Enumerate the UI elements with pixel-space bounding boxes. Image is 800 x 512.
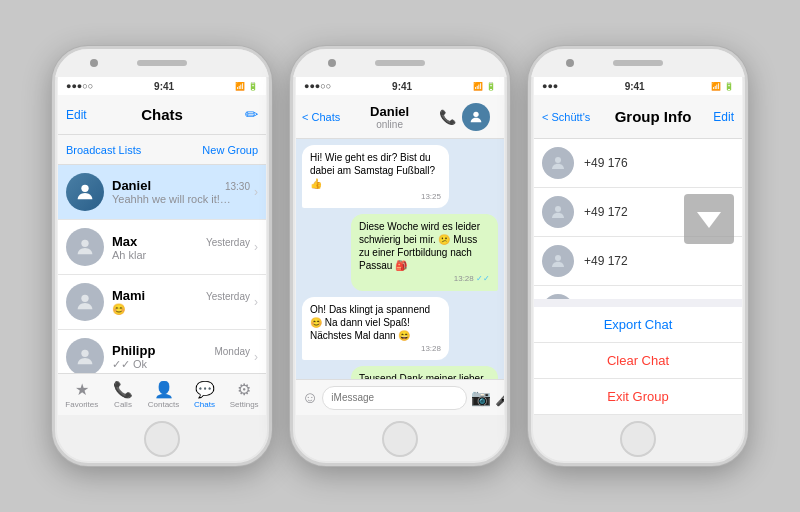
chat-name-max: Max xyxy=(112,234,137,249)
avatar-mami xyxy=(66,283,104,321)
group-info-title: Group Info xyxy=(597,108,709,125)
status-bar-3: ●●● 9:41 📶 🔋 xyxy=(534,77,742,95)
group-edit-button[interactable]: Edit xyxy=(709,110,734,124)
tab-calls[interactable]: 📞 Calls xyxy=(113,380,133,409)
member-name-2: +49 172 xyxy=(584,205,628,219)
chat-header-bar: < Chats Daniel online 📞 xyxy=(296,95,504,139)
tab-chats[interactable]: 💬 Chats xyxy=(194,380,215,409)
member-item-1[interactable]: +49 176 xyxy=(534,139,742,188)
speaker-1 xyxy=(137,60,187,66)
chat-actions: 📞 xyxy=(439,103,498,131)
avatar-daniel xyxy=(66,173,104,211)
time-1: 9:41 xyxy=(154,81,174,92)
status-bar-2: ●●●○○ 9:41 📶 🔋 xyxy=(296,77,504,95)
group-header: < Schütt's Group Info Edit xyxy=(534,95,742,139)
phone-3: ●●● 9:41 📶 🔋 < Schütt's Group Info Edit xyxy=(528,46,748,466)
home-button-3[interactable] xyxy=(620,421,656,457)
chat-item-mami[interactable]: Mami Yesterday 😊 › xyxy=(58,275,266,330)
member-name-1: +49 176 xyxy=(584,156,628,170)
member-item-4[interactable]: +49 173 xyxy=(534,286,742,299)
member-avatar-3 xyxy=(542,245,574,277)
sub-nav-1: Broadcast Lists New Group xyxy=(58,135,266,165)
speaker-3 xyxy=(613,60,663,66)
msg-time-1: 13:25 xyxy=(310,192,441,202)
chat-time-mami: Yesterday xyxy=(206,291,250,302)
chat-header-mami: Mami Yesterday xyxy=(112,288,250,303)
time-3: 9:41 xyxy=(625,81,645,92)
svg-point-7 xyxy=(555,157,561,163)
broadcast-lists-link[interactable]: Broadcast Lists xyxy=(66,144,141,156)
input-bar: ☺ 📷 🎤 xyxy=(296,379,504,415)
svg-point-9 xyxy=(555,255,561,261)
back-button-chats[interactable]: < Chats xyxy=(302,111,340,123)
clear-chat-button[interactable]: Clear Chat xyxy=(534,343,742,379)
home-button-2[interactable] xyxy=(382,421,418,457)
avatar-chat-header xyxy=(462,103,490,131)
msg-text-4: Tausend Dank meiner lieber. Ich melde mi… xyxy=(359,372,490,379)
member-avatar-1 xyxy=(542,147,574,179)
svg-marker-13 xyxy=(697,212,721,228)
speaker-2 xyxy=(375,60,425,66)
chevron-philipp: › xyxy=(254,350,258,364)
chat-header-info: Daniel online xyxy=(340,104,439,130)
chat-preview-daniel: Yeahhh we will rock it! 😁😂 xyxy=(112,193,232,206)
tab-settings[interactable]: ⚙ Settings xyxy=(230,380,259,409)
arrow-down-icon xyxy=(694,204,724,234)
screen-1: ●●●○○ 9:41 📶 🔋 Edit Chats ✏ Broadcast Li… xyxy=(58,77,266,415)
members-list: +49 176 +49 172 +49 172 xyxy=(534,139,742,299)
chat-name-mami: Mami xyxy=(112,288,145,303)
member-name-3: +49 172 xyxy=(584,254,628,268)
msg-time-2: 13:28 ✓✓ xyxy=(359,274,490,284)
chat-name-philipp: Philipp xyxy=(112,343,155,358)
camera-3 xyxy=(566,59,574,67)
msg-time-3: 13:28 xyxy=(310,344,441,354)
chat-item-max[interactable]: Max Yesterday Ah klar › xyxy=(58,220,266,275)
camera-1 xyxy=(90,59,98,67)
phone-top-2 xyxy=(293,49,507,77)
msg-text-1: Hi! Wie geht es dir? Bist du dabei am Sa… xyxy=(310,151,441,190)
msg-text-2: Diese Woche wird es leider schwierig bei… xyxy=(359,220,490,272)
svg-point-2 xyxy=(81,295,88,302)
new-group-link[interactable]: New Group xyxy=(202,144,258,156)
chat-info-mami: Mami Yesterday 😊 xyxy=(112,288,250,316)
action-buttons: Export Chat Clear Chat Exit Group xyxy=(534,307,742,415)
chat-item-daniel[interactable]: Daniel 13:30 Yeahhh we will rock it! 😁😂 … xyxy=(58,165,266,220)
phones-container: ●●●○○ 9:41 📶 🔋 Edit Chats ✏ Broadcast Li… xyxy=(42,36,758,476)
chat-info-daniel: Daniel 13:30 Yeahhh we will rock it! 😁😂 xyxy=(112,178,250,206)
chevron-mami: › xyxy=(254,295,258,309)
messages-area: Hi! Wie geht es dir? Bist du dabei am Sa… xyxy=(296,139,504,379)
tab-favorites[interactable]: ★ Favorites xyxy=(65,380,98,409)
mic-icon[interactable]: 🎤 xyxy=(495,388,504,407)
scroll-down-arrow[interactable] xyxy=(684,194,734,244)
svg-point-8 xyxy=(555,206,561,212)
msg-2: Diese Woche wird es leider schwierig bei… xyxy=(351,214,498,290)
chat-preview-max: Ah klar xyxy=(112,249,232,261)
exit-group-button[interactable]: Exit Group xyxy=(534,379,742,415)
chat-header-philipp: Philipp Monday xyxy=(112,343,250,358)
chevron-max: › xyxy=(254,240,258,254)
back-button-group[interactable]: < Schütt's xyxy=(542,111,597,123)
message-input[interactable] xyxy=(322,386,467,410)
emoji-icon[interactable]: ☺ xyxy=(302,389,318,407)
tab-bar-1: ★ Favorites 📞 Calls 👤 Contacts 💬 Chats ⚙ xyxy=(58,373,266,415)
compose-button[interactable]: ✏ xyxy=(223,105,258,124)
tab-contacts[interactable]: 👤 Contacts xyxy=(148,380,180,409)
chat-item-philipp[interactable]: Philipp Monday ✓✓ Ok › xyxy=(58,330,266,373)
chat-name-daniel: Daniel xyxy=(112,178,151,193)
chats-title: Chats xyxy=(101,106,223,123)
edit-button[interactable]: Edit xyxy=(66,108,101,122)
member-item-3[interactable]: +49 172 xyxy=(534,237,742,286)
export-chat-button[interactable]: Export Chat xyxy=(534,307,742,343)
carrier-2: ●●●○○ xyxy=(304,81,331,91)
home-button-1[interactable] xyxy=(144,421,180,457)
msg-1: Hi! Wie geht es dir? Bist du dabei am Sa… xyxy=(302,145,449,208)
camera-input-icon[interactable]: 📷 xyxy=(471,388,491,407)
avatar-max xyxy=(66,228,104,266)
chat-info-max: Max Yesterday Ah klar xyxy=(112,234,250,261)
time-2: 9:41 xyxy=(392,81,412,92)
call-icon[interactable]: 📞 xyxy=(439,109,456,125)
msg-tick-2: ✓✓ xyxy=(476,274,490,283)
group-member-section: +49 176 +49 172 +49 172 xyxy=(534,139,742,415)
battery-1: 📶 🔋 xyxy=(235,82,258,91)
chat-time-max: Yesterday xyxy=(206,237,250,248)
